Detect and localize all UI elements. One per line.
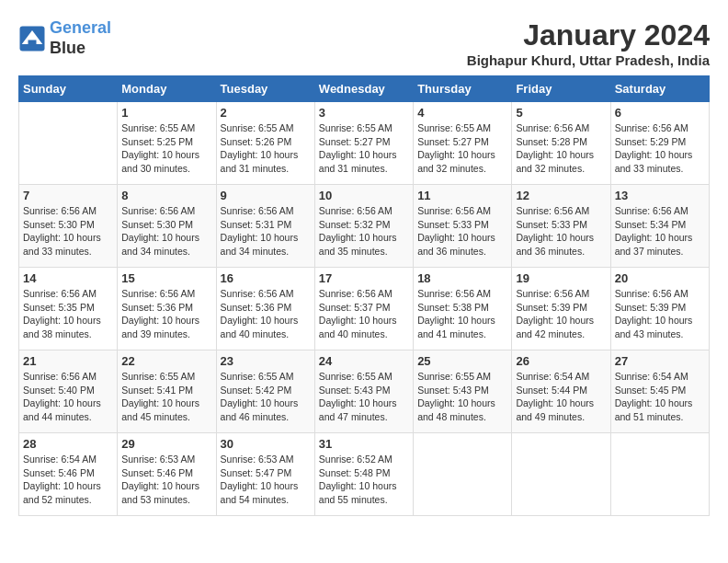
day-number: 6 xyxy=(615,106,705,120)
day-number: 30 xyxy=(221,437,311,451)
day-info: Sunrise: 6:56 AM Sunset: 5:40 PM Dayligh… xyxy=(23,370,113,424)
calendar-cell: 28Sunrise: 6:54 AM Sunset: 5:46 PM Dayli… xyxy=(19,433,118,516)
day-number: 8 xyxy=(121,189,211,202)
calendar-cell: 30Sunrise: 6:53 AM Sunset: 5:47 PM Dayli… xyxy=(216,433,314,516)
calendar-cell: 26Sunrise: 6:54 AM Sunset: 5:44 PM Dayli… xyxy=(512,350,610,433)
day-info: Sunrise: 6:56 AM Sunset: 5:37 PM Dayligh… xyxy=(319,287,409,341)
calendar-cell: 3Sunrise: 6:55 AM Sunset: 5:27 PM Daylig… xyxy=(314,102,413,185)
calendar-cell: 6Sunrise: 6:56 AM Sunset: 5:29 PM Daylig… xyxy=(610,102,709,185)
calendar-cell: 9Sunrise: 6:56 AM Sunset: 5:31 PM Daylig… xyxy=(216,185,314,268)
day-info: Sunrise: 6:55 AM Sunset: 5:41 PM Dayligh… xyxy=(121,370,211,424)
day-info: Sunrise: 6:56 AM Sunset: 5:29 PM Dayligh… xyxy=(615,121,705,176)
day-info: Sunrise: 6:56 AM Sunset: 5:32 PM Dayligh… xyxy=(319,204,409,259)
day-number: 2 xyxy=(221,106,311,120)
day-info: Sunrise: 6:55 AM Sunset: 5:43 PM Dayligh… xyxy=(417,370,507,424)
calendar-cell: 23Sunrise: 6:55 AM Sunset: 5:42 PM Dayli… xyxy=(216,350,314,433)
day-info: Sunrise: 6:52 AM Sunset: 5:48 PM Dayligh… xyxy=(319,453,409,507)
day-info: Sunrise: 6:56 AM Sunset: 5:33 PM Dayligh… xyxy=(417,204,507,259)
calendar-cell: 31Sunrise: 6:52 AM Sunset: 5:48 PM Dayli… xyxy=(314,433,413,516)
calendar-cell: 1Sunrise: 6:55 AM Sunset: 5:25 PM Daylig… xyxy=(118,102,216,185)
day-number: 9 xyxy=(221,189,311,202)
day-info: Sunrise: 6:53 AM Sunset: 5:46 PM Dayligh… xyxy=(121,453,211,507)
calendar-cell: 7Sunrise: 6:56 AM Sunset: 5:30 PM Daylig… xyxy=(19,185,118,268)
day-number: 7 xyxy=(23,189,113,202)
day-info: Sunrise: 6:56 AM Sunset: 5:38 PM Dayligh… xyxy=(417,287,507,341)
day-info: Sunrise: 6:55 AM Sunset: 5:43 PM Dayligh… xyxy=(319,370,409,424)
day-number: 4 xyxy=(417,106,507,120)
calendar-cell: 22Sunrise: 6:55 AM Sunset: 5:41 PM Dayli… xyxy=(118,350,216,433)
main-title: January 2024 xyxy=(467,18,710,52)
calendar-cell: 13Sunrise: 6:56 AM Sunset: 5:34 PM Dayli… xyxy=(610,185,709,268)
day-info: Sunrise: 6:56 AM Sunset: 5:31 PM Dayligh… xyxy=(221,204,311,259)
calendar-cell: 5Sunrise: 6:56 AM Sunset: 5:28 PM Daylig… xyxy=(512,102,610,185)
calendar-cell: 24Sunrise: 6:55 AM Sunset: 5:43 PM Dayli… xyxy=(314,350,413,433)
calendar-cell: 25Sunrise: 6:55 AM Sunset: 5:43 PM Dayli… xyxy=(414,350,512,433)
calendar-cell xyxy=(19,102,118,185)
header-monday: Monday xyxy=(118,76,216,102)
calendar-week-1: 1Sunrise: 6:55 AM Sunset: 5:25 PM Daylig… xyxy=(19,102,710,185)
calendar-week-2: 7Sunrise: 6:56 AM Sunset: 5:30 PM Daylig… xyxy=(19,185,710,268)
calendar-cell: 20Sunrise: 6:56 AM Sunset: 5:39 PM Dayli… xyxy=(610,268,709,350)
calendar-cell xyxy=(610,433,709,516)
day-info: Sunrise: 6:56 AM Sunset: 5:36 PM Dayligh… xyxy=(121,287,211,341)
calendar-week-3: 14Sunrise: 6:56 AM Sunset: 5:35 PM Dayli… xyxy=(19,268,710,350)
day-info: Sunrise: 6:54 AM Sunset: 5:45 PM Dayligh… xyxy=(615,370,705,424)
header-friday: Friday xyxy=(512,76,610,102)
day-number: 18 xyxy=(417,271,507,285)
day-number: 10 xyxy=(319,189,409,202)
header-thursday: Thursday xyxy=(414,76,512,102)
calendar-header-row: SundayMondayTuesdayWednesdayThursdayFrid… xyxy=(19,76,710,102)
day-number: 11 xyxy=(417,189,507,202)
day-info: Sunrise: 6:56 AM Sunset: 5:30 PM Dayligh… xyxy=(121,204,211,259)
calendar-cell: 16Sunrise: 6:56 AM Sunset: 5:36 PM Dayli… xyxy=(216,268,314,350)
day-number: 15 xyxy=(121,271,211,285)
day-number: 19 xyxy=(516,271,606,285)
day-number: 17 xyxy=(319,271,409,285)
day-number: 23 xyxy=(221,354,311,368)
title-area: January 2024 Bighapur Khurd, Uttar Prade… xyxy=(467,18,710,68)
day-info: Sunrise: 6:54 AM Sunset: 5:46 PM Dayligh… xyxy=(23,453,113,507)
header-wednesday: Wednesday xyxy=(314,76,413,102)
day-number: 16 xyxy=(221,271,311,285)
svg-rect-2 xyxy=(28,40,37,45)
day-info: Sunrise: 6:56 AM Sunset: 5:35 PM Dayligh… xyxy=(23,287,113,341)
day-info: Sunrise: 6:56 AM Sunset: 5:39 PM Dayligh… xyxy=(516,287,606,341)
day-info: Sunrise: 6:56 AM Sunset: 5:36 PM Dayligh… xyxy=(221,287,311,341)
day-number: 24 xyxy=(319,354,409,368)
logo-icon xyxy=(18,25,46,52)
day-info: Sunrise: 6:53 AM Sunset: 5:47 PM Dayligh… xyxy=(221,453,311,507)
calendar-cell: 27Sunrise: 6:54 AM Sunset: 5:45 PM Dayli… xyxy=(610,350,709,433)
calendar-table: SundayMondayTuesdayWednesdayThursdayFrid… xyxy=(18,75,710,516)
header: GeneralBlue January 2024 Bighapur Khurd,… xyxy=(18,18,710,68)
day-info: Sunrise: 6:55 AM Sunset: 5:26 PM Dayligh… xyxy=(221,121,311,176)
day-info: Sunrise: 6:55 AM Sunset: 5:42 PM Dayligh… xyxy=(221,370,311,424)
calendar-week-4: 21Sunrise: 6:56 AM Sunset: 5:40 PM Dayli… xyxy=(19,350,710,433)
header-sunday: Sunday xyxy=(19,76,118,102)
logo-text: GeneralBlue xyxy=(50,18,111,58)
subtitle: Bighapur Khurd, Uttar Pradesh, India xyxy=(467,52,710,68)
day-info: Sunrise: 6:56 AM Sunset: 5:33 PM Dayligh… xyxy=(516,204,606,259)
calendar-cell: 17Sunrise: 6:56 AM Sunset: 5:37 PM Dayli… xyxy=(314,268,413,350)
day-number: 26 xyxy=(516,354,606,368)
calendar-cell xyxy=(414,433,512,516)
calendar-cell: 2Sunrise: 6:55 AM Sunset: 5:26 PM Daylig… xyxy=(216,102,314,185)
calendar-cell: 4Sunrise: 6:55 AM Sunset: 5:27 PM Daylig… xyxy=(414,102,512,185)
calendar-cell: 10Sunrise: 6:56 AM Sunset: 5:32 PM Dayli… xyxy=(314,185,413,268)
calendar-cell: 14Sunrise: 6:56 AM Sunset: 5:35 PM Dayli… xyxy=(19,268,118,350)
day-number: 5 xyxy=(516,106,606,120)
day-info: Sunrise: 6:55 AM Sunset: 5:25 PM Dayligh… xyxy=(121,121,211,176)
calendar-cell: 15Sunrise: 6:56 AM Sunset: 5:36 PM Dayli… xyxy=(118,268,216,350)
day-info: Sunrise: 6:56 AM Sunset: 5:34 PM Dayligh… xyxy=(615,204,705,259)
day-info: Sunrise: 6:54 AM Sunset: 5:44 PM Dayligh… xyxy=(516,370,606,424)
day-number: 29 xyxy=(121,437,211,451)
day-number: 12 xyxy=(516,189,606,202)
calendar-cell: 11Sunrise: 6:56 AM Sunset: 5:33 PM Dayli… xyxy=(414,185,512,268)
day-info: Sunrise: 6:55 AM Sunset: 5:27 PM Dayligh… xyxy=(319,121,409,176)
day-number: 3 xyxy=(319,106,409,120)
day-info: Sunrise: 6:56 AM Sunset: 5:30 PM Dayligh… xyxy=(23,204,113,259)
day-number: 31 xyxy=(319,437,409,451)
day-number: 1 xyxy=(121,106,211,120)
day-info: Sunrise: 6:55 AM Sunset: 5:27 PM Dayligh… xyxy=(417,121,507,176)
calendar-cell: 19Sunrise: 6:56 AM Sunset: 5:39 PM Dayli… xyxy=(512,268,610,350)
logo: GeneralBlue xyxy=(18,18,111,58)
